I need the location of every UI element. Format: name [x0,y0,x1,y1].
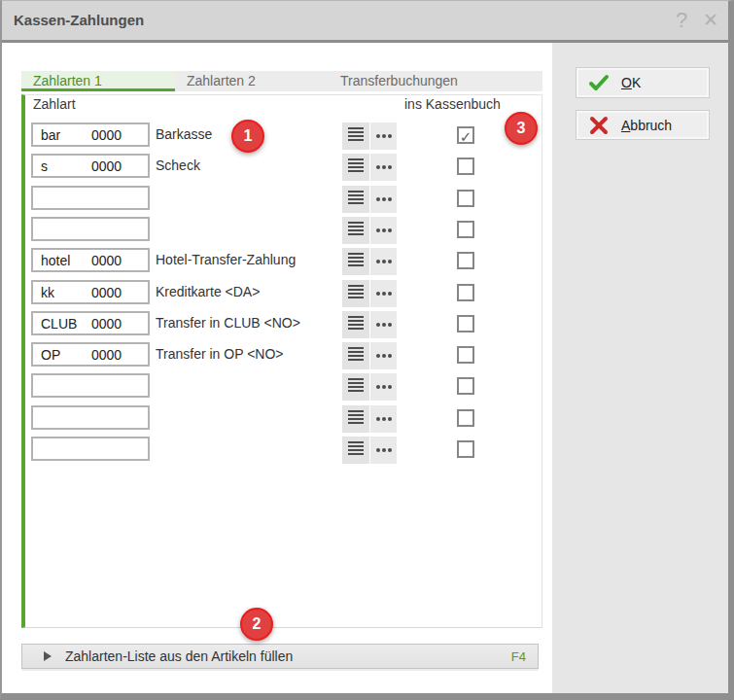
ellipsis-icon [382,134,386,138]
zahlart-label: Scheck [156,154,200,178]
row-actions [342,217,397,244]
zahlart-code: s [41,158,91,174]
table-row [25,437,542,464]
row-actions [342,373,397,401]
ellipsis-icon [382,228,386,232]
more-options-button[interactable] [370,311,397,338]
menu-button[interactable] [342,248,369,275]
zahlart-label: Hotel-Transfer-Zahlung [156,248,296,272]
zahlart-number: 0000 [91,158,122,174]
more-options-button[interactable] [370,122,397,150]
kassenbuch-checkbox[interactable] [457,315,474,332]
more-options-button[interactable] [370,248,397,275]
zahlart-input[interactable]: OP 0000 [31,342,150,367]
more-options-button[interactable] [370,373,397,401]
menu-button[interactable] [342,311,369,338]
zahlart-label: Transfer in CLUB <NO> [156,311,300,335]
zahlart-label: Transfer in OP <NO> [156,342,284,367]
kassenbuch-checkbox[interactable] [457,158,474,175]
title-bar[interactable]: Kassen-Zahlungen ? ✕ [2,1,728,43]
checkmark-icon: ✓ [460,128,472,145]
ellipsis-icon [382,323,386,327]
menu-icon [348,320,364,322]
annotation-badge-3: 3 [505,112,538,145]
zahlart-code: bar [41,127,91,143]
zahlart-input[interactable] [31,217,150,241]
cancel-button[interactable]: Abbruch [576,110,710,140]
kassenbuch-checkbox[interactable] [457,440,474,458]
zahlart-input[interactable]: s 0000 [31,154,150,178]
kassenbuch-checkbox[interactable] [457,252,474,269]
zahlart-input[interactable] [31,186,150,210]
zahlart-number: 0000 [91,316,122,332]
ok-button[interactable]: OK [576,67,710,98]
menu-button[interactable] [342,122,369,150]
table-row: kk 0000 Kreditkarte <DA> [25,280,542,307]
zahlart-input[interactable] [31,437,150,461]
zahlart-label: Kreditkarte <DA> [156,280,260,304]
menu-button[interactable] [342,373,369,401]
menu-button[interactable] [342,280,369,307]
menu-button[interactable] [342,217,369,244]
more-options-button[interactable] [370,342,397,369]
zahlart-number: 0000 [91,347,122,363]
fill-from-articles-button[interactable]: Zahlarten-Liste aus den Artikeln füllen … [21,644,539,669]
kassenbuch-checkbox[interactable] [457,221,474,238]
tab-transferbuchungen[interactable]: Transferbuchungen [329,71,482,91]
zahlart-input[interactable]: kk 0000 [31,280,150,304]
menu-icon [348,257,364,259]
table-row: bar 0000 Barkasse ✓ [25,122,542,150]
menu-button[interactable] [342,186,369,213]
cancel-button-label: Abbruch [621,118,672,133]
tab-strip: Zahlarten 1 Zahlarten 2 Transferbuchunge… [21,71,542,94]
dialog-body: Zahlarten 1 Zahlarten 2 Transferbuchunge… [2,43,728,693]
menu-icon [348,131,364,133]
menu-button[interactable] [342,405,369,433]
column-header-zahlart: Zahlart [33,96,76,112]
row-actions [342,405,397,433]
zahlart-label: Barkasse [156,122,212,147]
kassenbuch-checkbox[interactable] [457,409,474,427]
dialog-window: Kassen-Zahlungen ? ✕ Zahlarten 1 Zahlart… [0,0,734,700]
zahlart-input[interactable]: hotel 0000 [31,248,150,272]
ellipsis-icon [382,165,386,169]
zahlarten-panel: Zahlart ins Kassenbuch bar 0000 Barkasse… [21,94,542,628]
help-icon[interactable]: ? [670,1,693,40]
more-options-button[interactable] [370,186,397,213]
menu-icon [348,194,364,196]
menu-button[interactable] [342,437,369,464]
kassenbuch-checkbox[interactable] [457,346,474,364]
shortcut-f4: F4 [511,649,526,664]
zahlart-number: 0000 [91,285,122,300]
dialog-title: Kassen-Zahlungen [14,1,144,40]
tab-zahlarten-1[interactable]: Zahlarten 1 [21,71,175,91]
zahlart-number: 0000 [91,127,122,143]
menu-icon [348,162,364,164]
tab-strip-filler [482,71,542,91]
kassenbuch-checkbox[interactable]: ✓ [457,126,474,144]
check-icon [588,73,610,92]
tab-zahlarten-2[interactable]: Zahlarten 2 [175,71,329,91]
kassenbuch-checkbox[interactable] [457,377,474,395]
menu-button[interactable] [342,154,369,181]
menu-icon [348,226,364,228]
zahlart-input[interactable]: CLUB 0000 [31,311,150,335]
more-options-button[interactable] [370,280,397,307]
zahlart-input[interactable] [31,405,150,430]
zahlart-code: CLUB [41,316,91,332]
kassenbuch-checkbox[interactable] [457,284,474,301]
more-options-button[interactable] [370,405,397,433]
menu-button[interactable] [342,342,369,369]
zahlart-input[interactable]: bar 0000 [31,122,150,147]
annotation-badge-2: 2 [240,608,273,641]
close-icon[interactable]: ✕ [699,1,722,40]
more-options-button[interactable] [370,217,397,244]
kassenbuch-checkbox[interactable] [457,190,474,207]
menu-icon [348,445,364,447]
row-actions [342,154,397,181]
zahlart-input[interactable] [31,373,150,398]
more-options-button[interactable] [370,154,397,181]
zahlart-code: OP [41,347,91,363]
more-options-button[interactable] [370,437,397,464]
ellipsis-icon [382,354,386,358]
